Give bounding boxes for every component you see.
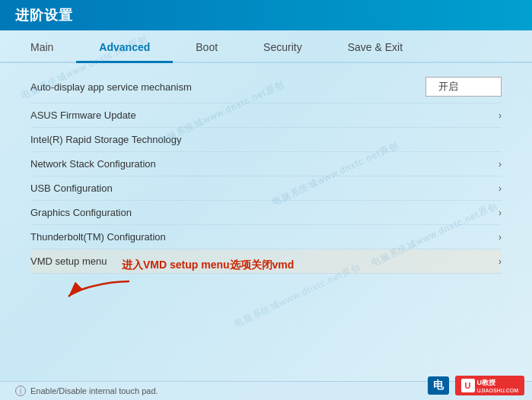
menu-item-vmd[interactable]: VMD setup menu ›	[30, 249, 502, 274]
arrow-icon-network: ›	[499, 159, 502, 170]
bottom-help-text: Enable/Disable internal touch pad.	[30, 386, 158, 395]
nav-tabs: Main Advanced Boot Security Save & Exit	[0, 33, 532, 63]
tab-advanced[interactable]: Advanced	[76, 33, 173, 63]
menu-item-rst[interactable]: Intel(R) Rapid Storage Technology	[30, 128, 502, 152]
arrow-icon-firmware: ›	[499, 110, 502, 121]
menu-item-network[interactable]: Network Stack Configuration ›	[30, 152, 502, 176]
tab-save-exit[interactable]: Save & Exit	[325, 33, 425, 62]
menu-item-graphics[interactable]: Graphics Configuration ›	[30, 201, 502, 225]
tab-main[interactable]: Main	[8, 33, 76, 62]
title-bar: 进阶设置	[0, 0, 532, 30]
menu-item-thunderbolt[interactable]: Thunderbolt(TM) Configuration ›	[30, 225, 502, 249]
content-area: Auto-display app service mechanism 开启 AS…	[0, 63, 532, 281]
menu-item-firmware[interactable]: ASUS Firmware Update ›	[30, 103, 502, 128]
menu-item-usb[interactable]: USB Configuration ›	[30, 176, 502, 201]
arrow-icon-usb: ›	[499, 183, 502, 194]
info-icon: i	[15, 386, 26, 396]
u-icon: U	[461, 379, 475, 392]
value-auto-display[interactable]: 开启	[425, 77, 502, 97]
bottom-logos: 电 U U教授 UJIAOSHU.COM	[428, 376, 524, 395]
arrow-icon-thunderbolt: ›	[499, 232, 502, 243]
page-title: 进阶设置	[15, 8, 73, 23]
dnxtc-logo: 电	[428, 376, 449, 395]
menu-item-auto-display[interactable]: Auto-display app service mechanism 开启	[30, 71, 502, 103]
bios-screen: 进阶设置 Main Advanced Boot Security Save & …	[0, 0, 532, 400]
ujiaoshu-logo: U U教授 UJIAOSHU.COM	[455, 376, 524, 395]
tab-security[interactable]: Security	[241, 33, 325, 62]
arrow-icon-graphics: ›	[499, 208, 502, 218]
tab-boot[interactable]: Boot	[173, 33, 241, 62]
arrow-icon-vmd: ›	[499, 256, 502, 267]
bottom-bar: i Enable/Disable internal touch pad. 电 U…	[0, 381, 532, 400]
ujiaoshu-label: U教授 UJIAOSHU.COM	[477, 378, 518, 393]
